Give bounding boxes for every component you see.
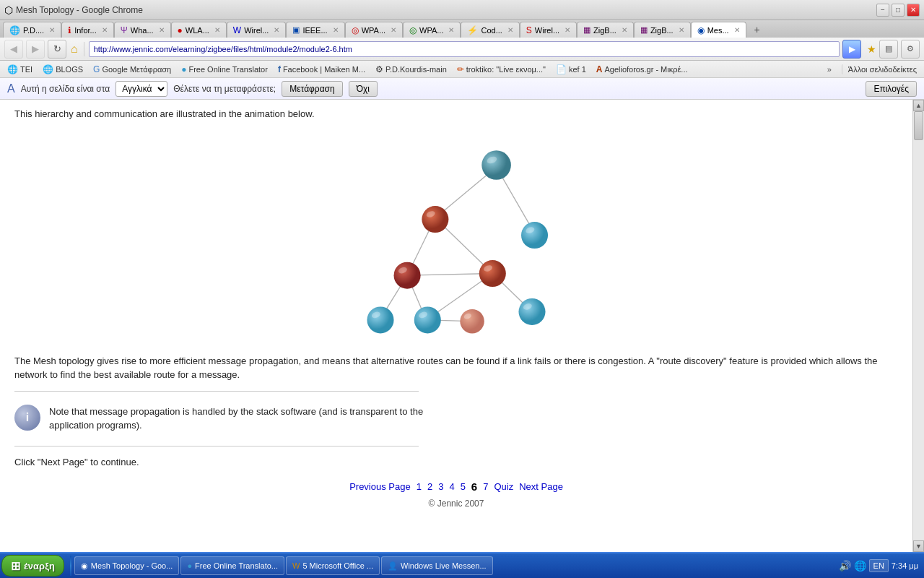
tab-wirel[interactable]: W Wirel... ✕: [227, 22, 287, 38]
language-select[interactable]: Αγγλικά: [116, 81, 167, 97]
tab-close-wirel[interactable]: ✕: [274, 26, 279, 34]
bookmark-facebook[interactable]: f Facebook | Maiken M...: [275, 64, 368, 75]
start-button[interactable]: ⊞ έναρξη: [1, 555, 64, 577]
translate-button[interactable]: Μετάφραση: [282, 81, 342, 97]
refresh-button[interactable]: ↻: [48, 40, 66, 59]
next-page-link[interactable]: Next Page: [519, 481, 563, 492]
tab-wha[interactable]: Ψ Wha... ✕: [114, 22, 171, 38]
taskbar-tray: 🔊 🌐 EN 7:34 μμ: [834, 559, 923, 572]
svg-point-20: [367, 306, 393, 333]
tab-wirels[interactable]: S Wirel... ✕: [520, 22, 577, 38]
bookmark-agelio[interactable]: A Agelioforos.gr - Μικρέ...: [593, 64, 691, 75]
tab-close-zigbb[interactable]: ✕: [679, 26, 684, 34]
page-4-link[interactable]: 4: [449, 481, 454, 492]
bookmark-translator[interactable]: ● Free Online Translator: [178, 64, 271, 75]
bookmark-icon-blogs: 🌐: [43, 64, 53, 74]
bookmark-alloi[interactable]: Άλλοι σελιδοδείκτες: [842, 64, 920, 74]
translation-prompt: Αυτή η σελίδα είναι στα: [21, 84, 110, 94]
bookmark-tei[interactable]: 🌐 TEI: [4, 64, 35, 75]
tab-close-zigb[interactable]: ✕: [622, 26, 627, 34]
taskbar-office[interactable]: W 5 Microsoft Office ...: [286, 556, 380, 575]
bookmark-troktiko[interactable]: ✏ troktiko: "Live εκνομ...": [454, 64, 549, 75]
prev-page-link[interactable]: Previous Page: [349, 481, 411, 492]
page-menu-button[interactable]: ▤: [879, 40, 898, 59]
close-button[interactable]: ✕: [907, 4, 920, 17]
tab-infor[interactable]: ℹ Infor... ✕: [61, 22, 114, 38]
taskbar-mesh[interactable]: ◉ Mesh Topology - Goo...: [74, 556, 180, 575]
language-indicator[interactable]: EN: [869, 559, 889, 572]
tab-close-mes[interactable]: ✕: [734, 26, 740, 34]
bookmark-icon-agelio: A: [596, 64, 603, 74]
tab-wla[interactable]: ● WLA... ✕: [171, 22, 227, 38]
tab-close-wha[interactable]: ✕: [159, 26, 165, 34]
tray-icon-2[interactable]: 🌐: [854, 560, 866, 571]
tab-close-wpa[interactable]: ✕: [391, 26, 396, 34]
bookmarks-bar: 🌐 TEI 🌐 BLOGS G Google Μετάφραση ● Free …: [0, 61, 924, 78]
star-icon[interactable]: ★: [867, 43, 876, 55]
tab-close-cod[interactable]: ✕: [507, 26, 513, 34]
pagination: Previous Page 1 2 3 4 5 6 7 Quiz Next Pa…: [14, 480, 898, 493]
network-diagram: [276, 130, 637, 347]
tab-wpaa[interactable]: ◎ WPA... ✕: [403, 22, 461, 38]
svg-point-16: [394, 262, 421, 288]
page-1-link[interactable]: 1: [417, 481, 422, 492]
intro-text: This hierarchy and communication are ill…: [14, 107, 898, 121]
tab-zigb[interactable]: ▦ ZigB... ✕: [577, 22, 634, 38]
taskbar-messenger[interactable]: 👤 Windows Live Messen...: [381, 556, 493, 575]
page-5-link[interactable]: 5: [461, 481, 466, 492]
tab-wpa[interactable]: ◎ WPA... ✕: [345, 22, 403, 38]
svg-point-22: [414, 306, 441, 333]
taskbar-translator-icon: ●: [187, 561, 192, 570]
tab-cod[interactable]: ⚡ Cod... ✕: [461, 22, 519, 38]
bookmarks-more-button[interactable]: »: [827, 65, 832, 74]
quiz-link[interactable]: Quiz: [494, 481, 513, 492]
bookmark-pdkourdis[interactable]: ⚙ P.D.Kourdis-main: [372, 64, 450, 75]
address-text: http://www.jennic.com/elearning/zigbee/f…: [94, 45, 834, 53]
bookmark-google[interactable]: G Google Μετάφραση: [90, 64, 174, 75]
taskbar-translator[interactable]: ● Free Online Translato...: [180, 556, 284, 575]
tray-icon-1[interactable]: 🔊: [839, 560, 851, 571]
scroll-down-button[interactable]: ▼: [913, 540, 924, 552]
scroll-thumb[interactable]: [914, 111, 923, 140]
address-bar[interactable]: http://www.jennic.com/elearning/zigbee/f…: [89, 41, 840, 57]
tab-pd[interactable]: 🌐 P.D.... ✕: [3, 22, 61, 38]
maximize-button[interactable]: □: [892, 4, 905, 17]
tab-ieee[interactable]: ▣ IEEE... ✕: [286, 22, 344, 38]
new-tab-button[interactable]: +: [749, 22, 765, 38]
main-area: This hierarchy and communication are ill…: [0, 100, 924, 552]
tab-close-wla[interactable]: ✕: [214, 26, 220, 34]
tab-close-wirels[interactable]: ✕: [565, 26, 570, 34]
tab-mes[interactable]: ◉ Mes... ✕: [691, 22, 746, 38]
tab-close-infor[interactable]: ✕: [102, 26, 108, 34]
copyright-text: © Jennic 2007: [14, 499, 898, 509]
back-button[interactable]: ◀: [4, 40, 23, 59]
tab-close-pd[interactable]: ✕: [49, 26, 55, 34]
bookmark-blogs[interactable]: 🌐 BLOGS: [40, 64, 86, 75]
no-translate-button[interactable]: Όχι: [349, 81, 378, 97]
home-button[interactable]: ⌂: [71, 43, 78, 56]
svg-point-24: [460, 309, 484, 333]
tab-zigbb[interactable]: ▦ ZigB... ✕: [634, 22, 691, 38]
page-3-link[interactable]: 3: [438, 481, 443, 492]
scroll-up-button[interactable]: ▲: [913, 100, 924, 111]
forward-button[interactable]: ▶: [26, 40, 45, 59]
separator-bottom: [14, 446, 419, 447]
bookmark-icon-pdkourdis: ⚙: [375, 64, 383, 74]
svg-point-10: [481, 150, 511, 180]
bookmark-icon-tei: 🌐: [7, 64, 18, 74]
bookmark-kef[interactable]: 📄 kef 1: [553, 64, 589, 75]
minimize-button[interactable]: −: [876, 4, 889, 17]
translation-question: Θέλετε να τη μεταφράσετε;: [173, 84, 276, 94]
tab-close-wpaa[interactable]: ✕: [448, 26, 454, 34]
current-page: 6: [471, 480, 477, 493]
page-2-link[interactable]: 2: [427, 481, 432, 492]
separator-top: [14, 391, 419, 392]
svg-point-12: [422, 206, 448, 233]
translation-options-button[interactable]: Επιλογές: [866, 81, 917, 97]
scrollbar: ▲ ▼: [912, 100, 924, 552]
tools-menu-button[interactable]: ⚙: [901, 40, 920, 59]
page-7-link[interactable]: 7: [483, 481, 488, 492]
taskbar-mesh-icon: ◉: [81, 561, 88, 571]
go-button[interactable]: ▶: [842, 40, 861, 59]
tab-close-ieee[interactable]: ✕: [333, 26, 339, 34]
